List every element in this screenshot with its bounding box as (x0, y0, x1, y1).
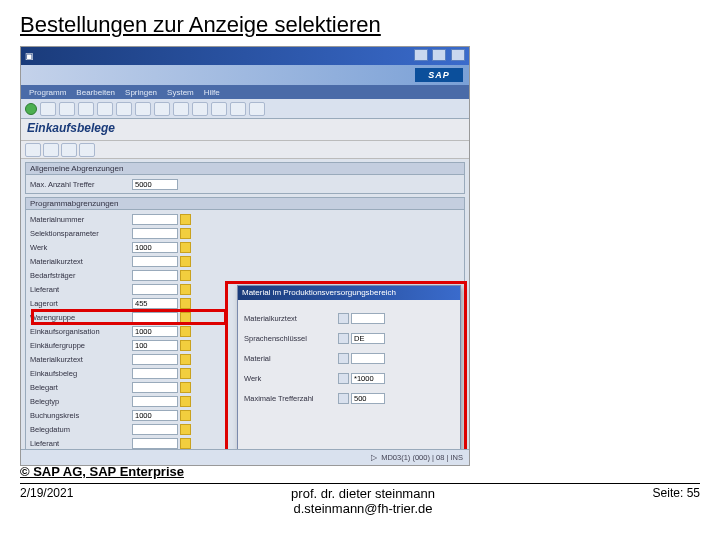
field-row: Max. Anzahl Treffer 5000 (30, 177, 460, 191)
popup-field-input[interactable]: 500 (351, 393, 385, 404)
multi-select-icon[interactable] (180, 228, 191, 239)
menubar[interactable]: Programm Bearbeiten Springen System Hilf… (21, 85, 469, 99)
popup-field-input[interactable] (351, 313, 385, 324)
footer-page: Seite: 55 (653, 486, 700, 500)
group-general-title: Allgemeine Abgrenzungen (26, 163, 464, 175)
field-label: Einkaufsbeleg (30, 369, 130, 378)
field-input[interactable]: 1000 (132, 326, 178, 337)
multi-select-icon[interactable] (180, 368, 191, 379)
multi-select-icon[interactable] (180, 270, 191, 281)
field-input[interactable] (132, 424, 178, 435)
multi-select-icon[interactable] (180, 312, 191, 323)
field-input[interactable] (132, 256, 178, 267)
footer-date: 2/19/2021 (20, 486, 73, 500)
radio-icon[interactable] (338, 313, 349, 324)
radio-icon[interactable] (338, 393, 349, 404)
window-titlebar: ▣ (21, 47, 469, 65)
multi-select-icon[interactable] (180, 396, 191, 407)
multi-select-icon[interactable] (180, 326, 191, 337)
multi-select-icon[interactable] (180, 382, 191, 393)
popup-field-input[interactable]: *1000 (351, 373, 385, 384)
field-input[interactable]: 100 (132, 340, 178, 351)
popup-field-input[interactable] (351, 353, 385, 364)
field-label: Lagerort (30, 299, 130, 308)
toolbar-button[interactable] (78, 102, 94, 116)
field-label: Belegtyp (30, 397, 130, 406)
menu-springen[interactable]: Springen (125, 88, 157, 97)
menu-programm[interactable]: Programm (29, 88, 66, 97)
multi-select-icon[interactable] (180, 284, 191, 295)
toolbar-button[interactable] (173, 102, 189, 116)
group-program-title: Programmabgrenzungen (26, 198, 464, 210)
multi-select-icon[interactable] (180, 410, 191, 421)
execute-icon[interactable] (25, 143, 41, 157)
popup-field-input[interactable]: DE (351, 333, 385, 344)
window-title-icon: ▣ (25, 51, 34, 61)
multi-select-icon[interactable] (180, 424, 191, 435)
toolbar-button[interactable] (135, 102, 151, 116)
field-input[interactable] (132, 396, 178, 407)
field-input[interactable] (132, 284, 178, 295)
copyright: © SAP AG, SAP Enterprise (20, 464, 700, 479)
max-hits-input[interactable]: 5000 (132, 179, 178, 190)
field-input[interactable] (132, 214, 178, 225)
menu-bearbeiten[interactable]: Bearbeiten (76, 88, 115, 97)
field-input[interactable] (132, 354, 178, 365)
subtoolbar-button[interactable] (61, 143, 77, 157)
toolbar-button[interactable] (249, 102, 265, 116)
multi-select-icon[interactable] (180, 256, 191, 267)
subtoolbar-button[interactable] (79, 143, 95, 157)
menu-system[interactable]: System (167, 88, 194, 97)
field-label: Werk (30, 243, 130, 252)
multi-select-icon[interactable] (180, 214, 191, 225)
field-label: Warengruppe (30, 313, 130, 322)
toolbar-button[interactable] (116, 102, 132, 116)
field-input[interactable] (132, 270, 178, 281)
multi-select-icon[interactable] (180, 354, 191, 365)
sap-window: ▣ SAP Programm Bearbeiten Springen Syste… (20, 46, 470, 466)
field-input[interactable]: 1000 (132, 242, 178, 253)
multi-select-icon[interactable] (180, 298, 191, 309)
toolbar-button[interactable] (59, 102, 75, 116)
field-row: Materialnummer (30, 212, 460, 226)
field-input[interactable] (132, 438, 178, 449)
radio-icon[interactable] (338, 353, 349, 364)
toolbar-button[interactable] (97, 102, 113, 116)
field-label: Lieferant (30, 439, 130, 448)
field-input[interactable] (132, 312, 178, 323)
slide-footer: © SAP AG, SAP Enterprise 2/19/2021 prof.… (20, 464, 700, 516)
toolbar-button[interactable] (211, 102, 227, 116)
footer-email: d.steinmann@fh-trier.de (291, 501, 435, 516)
field-input[interactable] (132, 382, 178, 393)
field-label: Materialkurztext (30, 257, 130, 266)
menu-hilfe[interactable]: Hilfe (204, 88, 220, 97)
toolbar-button[interactable] (154, 102, 170, 116)
field-label: Materialnummer (30, 215, 130, 224)
minimize-icon[interactable] (414, 49, 428, 61)
radio-icon[interactable] (338, 373, 349, 384)
popup-field-label: Maximale Trefferzahl (244, 394, 332, 403)
multi-select-icon[interactable] (180, 242, 191, 253)
sub-toolbar (21, 141, 469, 159)
maximize-icon[interactable] (432, 49, 446, 61)
toolbar-button[interactable] (230, 102, 246, 116)
popup-field-row: SprachenschlüsselDE (244, 330, 454, 346)
toolbar-button[interactable] (40, 102, 56, 116)
multi-select-icon[interactable] (180, 438, 191, 449)
popup-field-label: Materialkurztext (244, 314, 332, 323)
sap-logo: SAP (415, 68, 463, 82)
field-input[interactable]: 455 (132, 298, 178, 309)
enter-icon[interactable] (25, 103, 37, 115)
close-icon[interactable] (451, 49, 465, 61)
subtoolbar-button[interactable] (43, 143, 59, 157)
field-input[interactable] (132, 368, 178, 379)
field-label: Buchungskreis (30, 411, 130, 420)
sap-header: SAP (21, 65, 469, 85)
field-input[interactable]: 1000 (132, 410, 178, 421)
field-label: Lieferant (30, 285, 130, 294)
popup-field-label: Sprachenschlüssel (244, 334, 332, 343)
toolbar-button[interactable] (192, 102, 208, 116)
radio-icon[interactable] (338, 333, 349, 344)
field-input[interactable] (132, 228, 178, 239)
multi-select-icon[interactable] (180, 340, 191, 351)
